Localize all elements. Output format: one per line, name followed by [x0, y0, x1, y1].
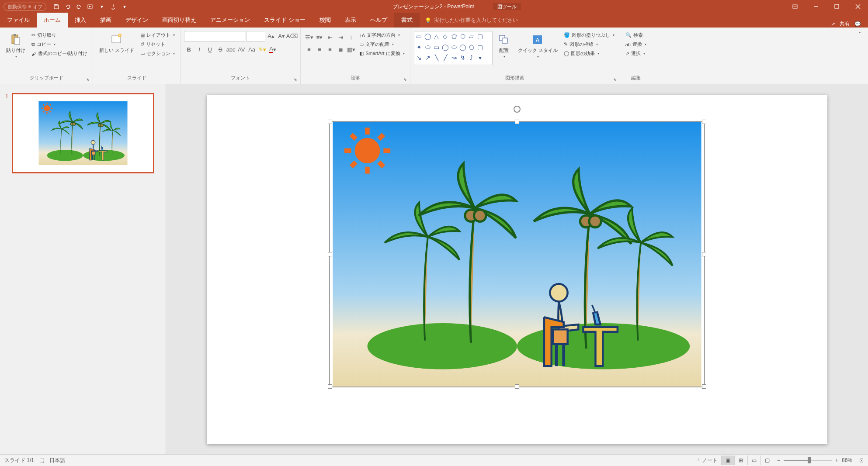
qat-customize-icon[interactable]: ▾ [121, 3, 128, 10]
comments-icon[interactable]: 💬 [854, 21, 861, 27]
qat-more-icon[interactable]: ▾ [98, 3, 106, 10]
replace-button[interactable]: ab置換▾ [624, 40, 648, 48]
ribbon-display-options-icon[interactable] [785, 0, 805, 13]
touch-mode-icon[interactable] [109, 3, 117, 10]
tab-slideshow[interactable]: スライド ショー [257, 13, 312, 28]
resize-handle[interactable] [702, 120, 706, 124]
reading-view-icon[interactable]: ▭ [747, 456, 760, 465]
spellcheck-icon[interactable]: ⬚ [39, 457, 44, 463]
shape-outline-button[interactable]: ✎図形の枠線▾ [562, 40, 616, 48]
fit-to-window-icon[interactable]: ⊡ [859, 457, 864, 463]
share-button[interactable]: 共有 [840, 20, 850, 28]
bullets-button[interactable]: ☰▾ [304, 32, 314, 42]
slide-indicator[interactable]: スライド 1/1 [4, 457, 34, 464]
share-icon[interactable]: ↗ [831, 21, 835, 27]
tab-review[interactable]: 校閲 [312, 13, 338, 28]
dialog-launcher-icon[interactable]: ⬊ [613, 77, 618, 83]
clear-format-icon[interactable]: A⌫ [287, 31, 297, 41]
tab-insert[interactable]: 挿入 [68, 13, 93, 28]
tab-help[interactable]: ヘルプ [363, 13, 394, 28]
cut-button[interactable]: ✂切り取り [30, 31, 89, 39]
tell-me-search[interactable]: 💡 実行したい作業を入力してください [420, 13, 831, 28]
font-size-input[interactable] [246, 31, 265, 41]
shape-fill-button[interactable]: 🪣図形の塗りつぶし▾ [562, 31, 616, 39]
shadow-button[interactable]: abc [226, 45, 236, 54]
new-slide-button[interactable]: 新しい スライド [97, 31, 137, 55]
shape-effects-button[interactable]: ◯図形の効果▾ [562, 49, 616, 58]
format-painter-button[interactable]: 🖌書式のコピー/貼り付け [30, 49, 89, 58]
resize-handle[interactable] [515, 120, 519, 124]
shapes-gallery[interactable]: ▭◯△◇⬠⬡▱▢ ✦⬭▭◯⬭◯⬠▢ ↘↗╲╱↝↯⤴▾ [414, 31, 493, 65]
zoom-in-button[interactable]: + [835, 457, 838, 463]
minimize-icon[interactable] [806, 0, 826, 13]
layout-button[interactable]: ▤レイアウト▾ [139, 31, 177, 39]
paste-button[interactable]: 貼り付け▾ [3, 31, 28, 61]
align-left-button[interactable]: ≡ [304, 45, 314, 54]
copy-button[interactable]: ⧉コピー▾ [30, 40, 89, 48]
decrease-indent-button[interactable]: ⇤ [325, 32, 335, 42]
highlight-button[interactable]: ✎▾ [257, 45, 267, 54]
align-center-button[interactable]: ≡ [315, 45, 324, 54]
change-case-button[interactable]: Aa [247, 45, 257, 54]
resize-handle[interactable] [328, 252, 332, 256]
slide-canvas[interactable] [207, 95, 827, 444]
dialog-launcher-icon[interactable]: ⬊ [403, 77, 409, 83]
zoom-out-button[interactable]: − [777, 457, 780, 463]
normal-view-icon[interactable]: ▣ [721, 456, 734, 465]
rotate-handle-icon[interactable] [513, 105, 521, 113]
tab-draw[interactable]: 描画 [93, 13, 118, 28]
tab-format[interactable]: 書式 [394, 13, 420, 28]
tab-file[interactable]: ファイル [0, 13, 37, 28]
select-button[interactable]: ⬀選択▾ [624, 49, 648, 58]
tab-animations[interactable]: アニメーション [203, 13, 257, 28]
close-icon[interactable] [848, 0, 868, 13]
slide-thumbnail[interactable] [12, 93, 154, 173]
collapse-ribbon-icon[interactable]: ˄ [855, 29, 865, 39]
justify-button[interactable]: ≣ [336, 45, 345, 54]
thumbnail-panel[interactable]: 1 [0, 84, 166, 454]
tab-design[interactable]: デザイン [118, 13, 155, 28]
save-icon[interactable] [52, 3, 60, 10]
redo-icon[interactable] [75, 3, 83, 10]
section-button[interactable]: ▭セクション▾ [139, 49, 177, 58]
increase-indent-button[interactable]: ⇥ [336, 32, 345, 42]
arrange-button[interactable]: 配置▾ [494, 31, 514, 61]
undo-icon[interactable] [64, 3, 72, 10]
increase-font-icon[interactable]: A▴ [266, 31, 276, 41]
font-color-button[interactable]: A▾ [268, 45, 278, 54]
slide-editor[interactable] [166, 84, 868, 454]
resize-handle[interactable] [328, 120, 332, 124]
columns-button[interactable]: ▥▾ [346, 45, 356, 54]
slideshow-view-icon[interactable]: ▢ [760, 456, 774, 465]
tab-transitions[interactable]: 画面切り替え [155, 13, 203, 28]
start-from-beginning-icon[interactable] [87, 3, 94, 10]
sorter-view-icon[interactable]: ⊞ [734, 456, 747, 465]
autosave-toggle[interactable]: 自動保存オフ [3, 3, 46, 11]
font-name-input[interactable] [184, 31, 245, 41]
char-spacing-button[interactable]: AV [236, 45, 246, 54]
tab-home[interactable]: ホーム [37, 13, 68, 28]
reset-button[interactable]: ↺リセット [139, 40, 177, 48]
numbering-button[interactable]: ≡▾ [315, 32, 324, 42]
underline-button[interactable]: U [205, 45, 215, 54]
strike-button[interactable]: S [215, 45, 225, 54]
zoom-level[interactable]: 86% [842, 457, 852, 463]
bold-button[interactable]: B [184, 45, 194, 54]
find-button[interactable]: 🔍検索 [624, 31, 648, 39]
notes-button[interactable]: ≐ ノート [696, 457, 718, 464]
decrease-font-icon[interactable]: A▾ [277, 31, 286, 41]
italic-button[interactable]: I [194, 45, 204, 54]
dialog-launcher-icon[interactable]: ⬊ [86, 77, 91, 83]
align-right-button[interactable]: ≡ [325, 45, 335, 54]
resize-handle[interactable] [702, 384, 706, 389]
resize-handle[interactable] [702, 252, 706, 256]
dialog-launcher-icon[interactable]: ⬊ [294, 77, 299, 83]
selected-image[interactable] [329, 121, 705, 387]
tab-view[interactable]: 表示 [338, 13, 363, 28]
line-spacing-button[interactable]: ↕ [346, 32, 356, 42]
language-indicator[interactable]: 日本語 [49, 457, 65, 464]
quick-styles-button[interactable]: A クイック スタイル▾ [515, 31, 560, 61]
zoom-slider[interactable] [784, 460, 832, 461]
resize-handle[interactable] [515, 384, 519, 389]
resize-handle[interactable] [328, 384, 332, 389]
